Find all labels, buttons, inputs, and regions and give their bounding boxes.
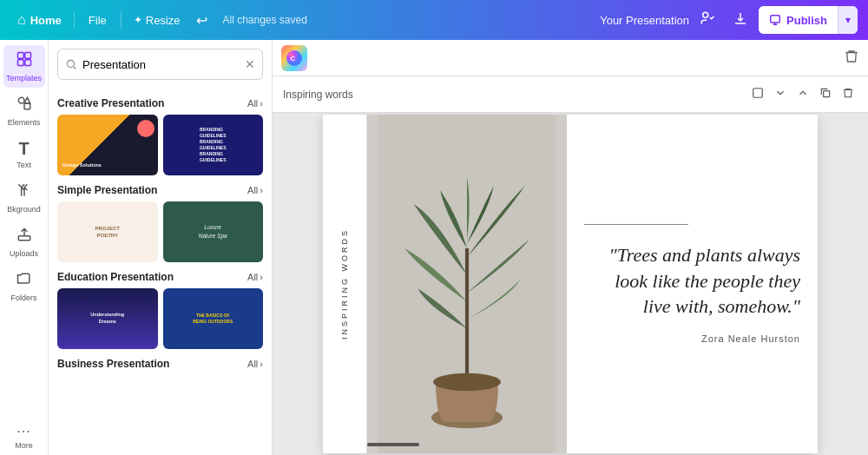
education-all-link[interactable]: All › (247, 272, 263, 282)
svg-text:C: C (291, 55, 296, 63)
education-templates-grid: UnderstandingDreams THE BASICS OFBEING O… (57, 288, 263, 349)
file-menu-button[interactable]: File (80, 10, 115, 30)
canva-logo: C (281, 45, 307, 71)
sidebar-item-background[interactable]: Bkground (3, 176, 45, 219)
sidebar-item-text[interactable]: T Text (3, 134, 45, 175)
sidebar-item-templates[interactable]: Templates (3, 45, 45, 88)
home-button[interactable]: ⌂ Home (10, 9, 69, 31)
svg-rect-2 (17, 53, 23, 59)
nav-separator-1 (74, 11, 75, 29)
creative-section-header: Creative Presentation All › (57, 97, 263, 109)
svg-rect-1 (771, 16, 780, 23)
business-all-link[interactable]: All › (247, 359, 263, 369)
search-bar: ✕ (57, 49, 263, 80)
duplicate-slide-button[interactable] (816, 83, 835, 105)
creative-template-1[interactable]: Design Solutions (57, 115, 158, 175)
frame-button[interactable] (748, 83, 767, 105)
search-clear-button[interactable]: ✕ (245, 57, 255, 71)
simple-all-link[interactable]: All › (247, 185, 263, 195)
svg-rect-13 (824, 91, 830, 97)
simple-template-2[interactable]: LuxureNature Spa (163, 201, 264, 262)
slide-bottom-bar (367, 443, 419, 446)
slide-label: Inspiring words (283, 89, 353, 101)
publish-button-group: Publish ▾ (759, 6, 858, 34)
canvas-top-bar: C (273, 40, 868, 76)
svg-point-0 (703, 12, 708, 17)
chevron-down-slide-button[interactable] (771, 83, 790, 105)
folders-icon (16, 270, 33, 292)
education-template-2[interactable]: THE BASICS OFBEING OUTDOORS (163, 288, 264, 349)
svg-rect-3 (24, 53, 30, 59)
education-section-title: Education Presentation (57, 271, 174, 283)
icon-sidebar: Templates Elements T Text Bkground Uploa… (0, 40, 49, 455)
home-icon: ⌂ (17, 12, 26, 28)
creative-section-title: Creative Presentation (57, 97, 164, 109)
uploads-label: Uploads (10, 249, 38, 258)
background-label: Bkground (7, 205, 41, 214)
templates-scroll: Creative Presentation All › Design Solut… (49, 89, 272, 455)
download-button[interactable] (726, 7, 755, 33)
resize-star-icon: ✦ (134, 14, 142, 26)
creative-template-2[interactable]: BRANDINGGUIDELINESBRANDINGGUIDELINESBRAN… (163, 115, 264, 175)
business-section-title: Business Presentation (57, 358, 169, 370)
publish-chevron-button[interactable]: ▾ (838, 6, 858, 34)
simple-template-1[interactable]: PROJECTPOETRY (57, 201, 158, 262)
education-section-header: Education Presentation All › (57, 271, 263, 283)
education-template-1[interactable]: UnderstandingDreams (57, 288, 158, 349)
background-icon (16, 181, 33, 203)
main-area: Templates Elements T Text Bkground Uploa… (0, 40, 868, 455)
slide-label-bar: Inspiring words (273, 76, 868, 113)
save-status: All changes saved (216, 14, 314, 26)
svg-point-6 (18, 97, 24, 103)
uploads-icon (16, 226, 33, 247)
slide[interactable]: INSPIRING WORDS (323, 115, 818, 453)
slide-quote-text: "Trees and plants always look like the p… (584, 242, 800, 320)
slide-quote-area: "Trees and plants always look like the p… (567, 115, 818, 453)
slide-decorative-line (584, 224, 688, 225)
elements-icon (16, 95, 33, 116)
trash-button[interactable] (844, 49, 859, 68)
search-icon (65, 58, 77, 70)
svg-rect-7 (24, 103, 30, 109)
delete-slide-button[interactable] (838, 83, 858, 105)
slide-sidebar-text: INSPIRING WORDS (340, 228, 349, 340)
undo-button[interactable]: ↩ (191, 9, 213, 32)
slide-attribution: Zora Neale Hurston (584, 333, 800, 344)
chevron-up-slide-button[interactable] (793, 83, 812, 105)
simple-templates-grid: PROJECTPOETRY LuxureNature Spa (57, 201, 263, 262)
sidebar-item-folders[interactable]: Folders (3, 265, 45, 307)
simple-section-title: Simple Presentation (57, 184, 157, 196)
templates-label: Templates (6, 74, 42, 82)
svg-rect-8 (18, 236, 30, 241)
sidebar-item-elements[interactable]: Elements (3, 89, 45, 132)
canvas-area: C Inspiring words (273, 40, 868, 455)
share-button[interactable] (693, 7, 722, 33)
presentation-title[interactable]: Your Presentation (600, 14, 689, 27)
more-icon: ··· (16, 424, 30, 439)
svg-rect-4 (17, 60, 23, 66)
resize-button[interactable]: ✦ Resize (127, 10, 187, 30)
creative-all-link[interactable]: All › (247, 98, 263, 109)
slide-toolbar-right (748, 83, 858, 105)
home-label: Home (30, 14, 62, 27)
sidebar-item-more[interactable]: ··· More (3, 419, 45, 455)
sidebar-item-uploads[interactable]: Uploads (3, 221, 45, 263)
business-section-header: Business Presentation All › (57, 358, 263, 370)
top-navigation: ⌂ Home File ✦ Resize ↩ All changes saved… (0, 0, 868, 40)
simple-section-header: Simple Presentation All › (57, 184, 263, 196)
slide-image-area (367, 115, 567, 453)
resize-label: Resize (146, 14, 181, 27)
publish-main-button[interactable]: Publish (759, 6, 838, 34)
creative-templates-grid: Design Solutions BRANDINGGUIDELINESBRAND… (57, 115, 263, 175)
folders-label: Folders (10, 293, 36, 302)
templates-panel: ✕ Creative Presentation All › Design Sol… (49, 40, 273, 455)
templates-icon (16, 50, 33, 72)
search-input[interactable] (82, 58, 240, 71)
more-label: More (15, 441, 33, 450)
elements-label: Elements (8, 118, 41, 127)
nav-separator-2 (121, 11, 122, 29)
svg-rect-5 (24, 60, 30, 66)
svg-point-16 (433, 373, 501, 392)
slide-container: INSPIRING WORDS (273, 113, 868, 455)
svg-rect-12 (753, 89, 763, 98)
